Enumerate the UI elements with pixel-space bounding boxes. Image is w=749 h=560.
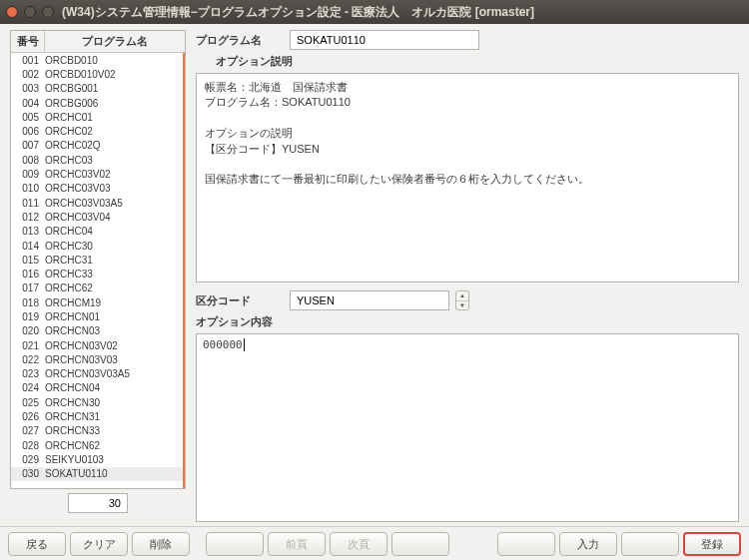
table-row[interactable]: 015ORCHC31 [11, 253, 183, 267]
cell-name: ORCHC04 [45, 226, 181, 237]
option-desc-label: オプション説明 [196, 54, 739, 69]
program-table[interactable]: 番号 プログラム名 001ORCBD010002ORCBD010V02003OR… [10, 30, 186, 489]
window-controls [6, 6, 54, 18]
table-row[interactable]: 016ORCHC33 [11, 267, 183, 280]
table-row[interactable]: 023ORCHCN03V03A5 [11, 367, 183, 381]
table-row[interactable]: 001ORCBD010 [11, 53, 183, 67]
blank-button-3 [497, 532, 555, 556]
table-row[interactable]: 014ORCHC30 [11, 239, 183, 253]
input-button[interactable]: 入力 [559, 532, 617, 556]
table-row[interactable]: 024ORCHCN04 [11, 381, 183, 395]
program-name-label: プログラム名 [196, 33, 284, 48]
main-panel: プログラム名 オプション説明 帳票名：北海道 国保請求書 プログラム名：SOKA… [196, 30, 739, 522]
maximize-icon[interactable] [42, 6, 54, 18]
cell-no: 009 [13, 169, 45, 180]
cell-no: 024 [13, 382, 45, 393]
cell-no: 019 [13, 311, 45, 322]
table-row[interactable]: 025ORCHCN30 [11, 395, 183, 409]
table-row[interactable]: 030SOKATU0110 [11, 467, 183, 481]
minimize-icon[interactable] [24, 6, 36, 18]
table-row[interactable]: 018ORCHCM19 [11, 295, 183, 309]
cell-no: 001 [13, 55, 45, 66]
cell-no: 022 [13, 354, 45, 365]
table-body[interactable]: 001ORCBD010002ORCBD010V02003ORCBG001004O… [11, 53, 185, 488]
table-row[interactable]: 021ORCHCN03V02 [11, 338, 183, 352]
cell-no: 020 [13, 325, 45, 336]
table-row[interactable]: 029SEIKYU0103 [11, 452, 183, 466]
table-row[interactable]: 008ORCHC03 [11, 153, 183, 167]
cell-name: ORCHC03V02 [45, 169, 181, 180]
table-row[interactable]: 012ORCHC03V04 [11, 210, 183, 224]
table-row[interactable]: 020ORCHCN03 [11, 324, 183, 338]
kubun-spinner[interactable]: ▲ ▼ [455, 290, 469, 310]
col-no: 番号 [11, 31, 45, 52]
cell-no: 005 [13, 112, 45, 123]
option-content-value: 000000 [203, 338, 245, 351]
cell-no: 025 [13, 397, 45, 408]
cell-no: 029 [13, 454, 45, 465]
table-row[interactable]: 026ORCHCN31 [11, 409, 183, 423]
table-row[interactable]: 002ORCBD010V02 [11, 67, 183, 81]
table-row[interactable]: 027ORCHCN33 [11, 424, 183, 438]
table-row[interactable]: 013ORCHC04 [11, 225, 183, 239]
table-row[interactable]: 005ORCHC01 [11, 110, 183, 124]
table-row[interactable]: 011ORCHC03V03A5 [11, 196, 183, 210]
cell-name: ORCBG001 [45, 83, 181, 94]
footer: 戻る クリア 削除 前頁 次頁 入力 登録 [0, 526, 749, 560]
chevron-down-icon[interactable]: ▼ [456, 301, 468, 310]
cell-name: ORCHC31 [45, 255, 181, 266]
cell-name: ORCBD010V02 [45, 69, 181, 80]
sidebar: 番号 プログラム名 001ORCBD010002ORCBD010V02003OR… [10, 30, 186, 522]
prev-button: 前頁 [268, 532, 326, 556]
table-row[interactable]: 028ORCHCN62 [11, 438, 183, 452]
cell-no: 016 [13, 269, 45, 280]
cell-no: 017 [13, 282, 45, 293]
close-icon[interactable] [6, 6, 18, 18]
cell-name: ORCHC03 [45, 155, 181, 166]
cell-name: ORCHCN30 [45, 397, 181, 408]
cell-no: 011 [13, 198, 45, 209]
cell-name: ORCHC33 [45, 269, 181, 280]
blank-button-4 [621, 532, 679, 556]
cell-name: ORCHC03V03A5 [45, 198, 181, 209]
selected-number-input[interactable] [68, 493, 128, 513]
cell-no: 023 [13, 368, 45, 379]
table-row[interactable]: 009ORCHC03V02 [11, 167, 183, 181]
table-row[interactable]: 010ORCHC03V03 [11, 182, 183, 196]
option-desc-box: 帳票名：北海道 国保請求書 プログラム名：SOKATU0110 オプションの説明… [196, 73, 739, 282]
delete-button[interactable]: 削除 [132, 532, 190, 556]
cell-name: ORCHCM19 [45, 297, 181, 308]
cell-name: ORCHCN03V03A5 [45, 368, 181, 379]
cell-no: 004 [13, 98, 45, 109]
cell-no: 010 [13, 183, 45, 194]
cell-name: ORCHCN33 [45, 425, 181, 436]
kubun-input[interactable] [290, 290, 449, 310]
table-row[interactable]: 007ORCHC02Q [11, 139, 183, 153]
table-row[interactable]: 003ORCBG001 [11, 82, 183, 96]
cell-no: 018 [13, 297, 45, 308]
program-name-row: プログラム名 [196, 30, 739, 50]
table-header: 番号 プログラム名 [11, 31, 185, 53]
cell-name: ORCHCN01 [45, 311, 181, 322]
cell-name: ORCHC03V03 [45, 183, 181, 194]
cell-no: 015 [13, 255, 45, 266]
back-button[interactable]: 戻る [8, 532, 66, 556]
table-row[interactable]: 019ORCHCN01 [11, 309, 183, 323]
table-row[interactable]: 006ORCHC02 [11, 124, 183, 138]
option-content-box[interactable]: 000000 [196, 333, 739, 522]
table-row[interactable]: 017ORCHC62 [11, 281, 183, 295]
table-row[interactable]: 004ORCBG006 [11, 96, 183, 110]
cell-name: ORCHC03V04 [45, 212, 181, 223]
cell-name: ORCHCN03 [45, 325, 181, 336]
kubun-row: 区分コード ▲ ▼ [196, 290, 739, 310]
next-button: 次頁 [330, 532, 387, 556]
register-button[interactable]: 登録 [683, 532, 741, 556]
cell-no: 002 [13, 69, 45, 80]
cell-name: ORCHC01 [45, 112, 181, 123]
chevron-up-icon[interactable]: ▲ [456, 291, 468, 301]
cell-no: 014 [13, 241, 45, 252]
clear-button[interactable]: クリア [70, 532, 128, 556]
selected-number-wrap [10, 493, 186, 513]
table-row[interactable]: 022ORCHCN03V03 [11, 352, 183, 366]
program-name-input[interactable] [290, 30, 479, 50]
